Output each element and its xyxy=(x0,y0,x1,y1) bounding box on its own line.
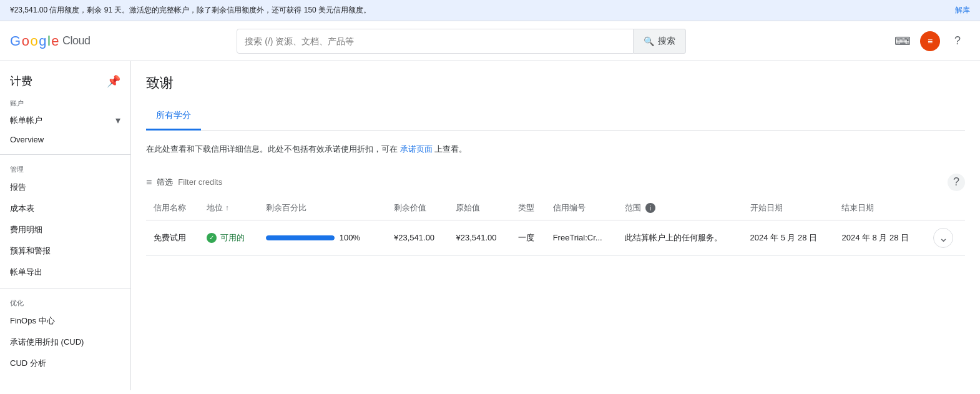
scope-info-icon[interactable]: i xyxy=(645,203,655,213)
table-help-icon[interactable]: ? xyxy=(948,174,965,191)
th-original-value-label: 原始值 xyxy=(456,203,480,212)
sidebar-account-row[interactable]: 帐单帐户 ▾ xyxy=(0,111,130,130)
filter-row: ≡ 筛选 ? xyxy=(146,169,965,196)
info-link-text: 承诺页面 xyxy=(400,144,433,154)
table-row: 免费试用✓ 可用的100%¥23,541.00¥23,541.00一度FreeT… xyxy=(146,220,965,255)
info-text: 在此处查看和下载信用详细信息。此处不包括有效承诺使用折扣，可在 承诺页面 上查看… xyxy=(146,143,965,156)
info-text-part2: 上查看。 xyxy=(434,144,467,154)
logo-g2: g xyxy=(39,33,46,49)
google-logo: Google Cloud xyxy=(10,33,91,49)
sidebar-section-optimize: 优化 xyxy=(0,293,130,310)
terminal-button[interactable]: ⌨ xyxy=(890,29,915,54)
tab-all-credits[interactable]: 所有学分 xyxy=(146,102,201,131)
th-remaining-value-label: 剩余价值 xyxy=(394,203,426,212)
help-button[interactable]: ? xyxy=(945,29,970,54)
status-available: ✓ 可用的 xyxy=(207,232,245,244)
logo-g: G xyxy=(10,33,21,49)
info-link[interactable]: 承诺页面 xyxy=(400,144,433,154)
sidebar-header: 计费 📌 xyxy=(0,66,130,94)
chevron-down-icon: ⌄ xyxy=(939,231,948,245)
filter-input[interactable] xyxy=(178,177,283,187)
sidebar-account-name: 帐单帐户 xyxy=(10,115,112,126)
th-status-sort[interactable]: 地位 ↑ xyxy=(207,202,229,214)
avatar[interactable]: ≡ xyxy=(920,31,940,51)
header-logo: Google Cloud xyxy=(10,33,135,49)
help-circle-icon: ? xyxy=(953,175,959,189)
search-bar: 🔍 搜索 xyxy=(237,29,686,54)
layout: 计费 📌 账户 帐单帐户 ▾ Overview 管理 报告 成本表 费用明细 预… xyxy=(0,61,980,390)
sidebar-export-label: 帐单导出 xyxy=(10,267,42,277)
th-credit-id: 信用编号 xyxy=(546,196,617,220)
info-text-part1: 在此处查看和下载信用详细信息。此处不包括有效承诺使用折扣，可在 xyxy=(146,144,398,154)
filter-icon: ≡ xyxy=(146,177,152,188)
sidebar-item-cud-analysis[interactable]: CUD 分析 xyxy=(0,353,130,374)
sidebar-item-cost-table[interactable]: 成本表 xyxy=(0,198,130,219)
th-start-date: 开始日期 xyxy=(743,196,835,220)
cell-remaining-pct: 100% xyxy=(258,220,386,255)
sidebar-item-export[interactable]: 帐单导出 xyxy=(0,262,130,283)
sort-up-icon: ↑ xyxy=(225,204,229,212)
search-btn-label: 搜索 xyxy=(658,36,675,47)
th-scope-label: 范围 xyxy=(625,203,641,212)
sidebar-cud-label: 承诺使用折扣 (CUD) xyxy=(10,337,84,347)
cell-name: 免费试用 xyxy=(146,220,199,255)
cell-end-date: 2024 年 8 月 28 日 xyxy=(834,220,926,255)
help-icon: ? xyxy=(954,34,961,47)
search-input-wrap[interactable] xyxy=(237,29,634,54)
search-input[interactable] xyxy=(245,36,625,46)
credits-table: 信用名称 地位 ↑ 剩余百分比 剩余价值 原始值 类型 信用编号 xyxy=(146,196,965,256)
search-button[interactable]: 🔍 搜索 xyxy=(634,29,686,54)
cell-type: 一度 xyxy=(511,220,546,255)
sidebar-section-manage: 管理 xyxy=(0,160,130,177)
logo-o2: o xyxy=(30,33,37,49)
sidebar-cost-table-label: 成本表 xyxy=(10,204,34,213)
table-header-row: 信用名称 地位 ↑ 剩余百分比 剩余价值 原始值 类型 信用编号 xyxy=(146,196,965,220)
tabs: 所有学分 xyxy=(146,102,965,131)
main-header: 致谢 所有学分 xyxy=(131,61,980,131)
sidebar-item-budget-alert[interactable]: 预算和警报 xyxy=(0,240,130,262)
progress-bar-wrap: 100% xyxy=(266,233,379,242)
th-end-date: 结束日期 xyxy=(834,196,926,220)
th-scope: 范围 i xyxy=(617,196,743,220)
header-actions: ⌨ ≡ ? xyxy=(890,29,970,54)
sidebar-finops-label: FinOps 中心 xyxy=(10,316,55,325)
expand-button[interactable]: ⌄ xyxy=(933,228,953,248)
sidebar: 计费 📌 账户 帐单帐户 ▾ Overview 管理 报告 成本表 费用明细 预… xyxy=(0,61,131,390)
avatar-icon: ≡ xyxy=(928,36,933,46)
th-remaining-pct: 剩余百分比 xyxy=(258,196,386,220)
sidebar-item-cud[interactable]: 承诺使用折扣 (CUD) xyxy=(0,332,130,353)
top-banner: ¥23,541.00 信用额度，剩余 91 天。激活您的完整帐户，除了剩余信用额… xyxy=(0,0,980,21)
th-start-date-label: 开始日期 xyxy=(750,203,783,212)
progress-bar-bg xyxy=(266,235,335,240)
sidebar-overview-label: Overview xyxy=(10,135,44,144)
th-remaining-value: 剩余价值 xyxy=(386,196,448,220)
content-area: 在此处查看和下载信用详细信息。此处不包括有效承诺使用折扣，可在 承诺页面 上查看… xyxy=(131,131,980,268)
cell-scope: 此结算帐户上的任何服务。 xyxy=(617,220,743,255)
th-status[interactable]: 地位 ↑ xyxy=(199,196,258,220)
sidebar-divider-1 xyxy=(0,154,130,155)
status-check-icon: ✓ xyxy=(207,233,217,243)
sidebar-item-report[interactable]: 报告 xyxy=(0,177,130,198)
cell-remaining-value: ¥23,541.00 xyxy=(386,220,448,255)
sidebar-item-overview[interactable]: Overview xyxy=(0,130,130,149)
th-type: 类型 xyxy=(511,196,546,220)
th-name-label: 信用名称 xyxy=(154,203,186,212)
main-content: 致谢 所有学分 在此处查看和下载信用详细信息。此处不包括有效承诺使用折扣，可在 … xyxy=(131,61,980,390)
sidebar-item-expense-detail[interactable]: 费用明细 xyxy=(0,219,130,240)
logo-l: l xyxy=(47,33,50,49)
progress-pct: 100% xyxy=(340,233,360,242)
th-remaining-pct-label: 剩余百分比 xyxy=(266,203,306,212)
sidebar-divider-2 xyxy=(0,288,130,288)
header: Google Cloud 🔍 搜索 ⌨ ≡ ? xyxy=(0,21,980,61)
th-end-date-label: 结束日期 xyxy=(841,203,874,212)
sidebar-section-account: 账户 xyxy=(0,94,130,111)
pin-icon[interactable]: 📌 xyxy=(107,74,120,88)
sidebar-title: 计费 xyxy=(10,74,32,89)
sidebar-item-finops[interactable]: FinOps 中心 xyxy=(0,310,130,332)
sidebar-budget-label: 预算和警报 xyxy=(10,246,51,255)
logo-o1: o xyxy=(22,33,29,49)
search-icon: 🔍 xyxy=(644,36,654,46)
banner-dismiss[interactable]: 解库 xyxy=(955,5,970,16)
chevron-down-icon: ▾ xyxy=(115,114,120,126)
filter-label: 筛选 xyxy=(157,177,173,188)
